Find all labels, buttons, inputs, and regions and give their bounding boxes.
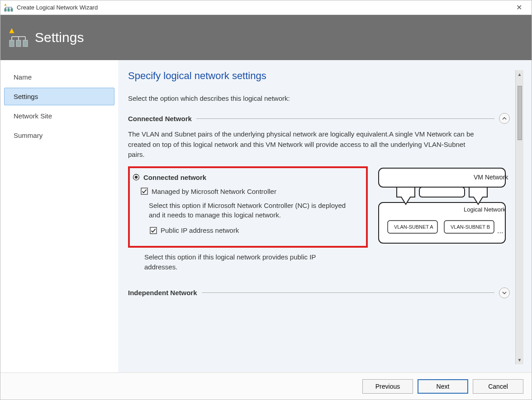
svg-marker-26 <box>469 187 487 204</box>
wizard-window: Create Logical Network Wizard ✕ Settings… <box>0 0 532 400</box>
cancel-button[interactable]: Cancel <box>473 379 523 394</box>
diagram-vlan-a: VLAN-SUBNET A <box>394 224 433 230</box>
svg-rect-19 <box>150 227 157 234</box>
checkbox-label: Managed by Microsoft Network Controller <box>152 188 276 195</box>
sidebar-item-label: Summary <box>14 132 43 139</box>
connected-row: Connected network Managed by Microsoft N… <box>128 166 510 278</box>
svg-marker-7 <box>5 4 6 5</box>
sidebar-item-summary[interactable]: Summary <box>4 127 114 144</box>
sidebar-item-label: Settings <box>14 93 38 100</box>
previous-button[interactable]: Previous <box>362 379 413 394</box>
radio-connected-network[interactable]: Connected network <box>133 174 361 181</box>
section-title: Independent Network <box>128 289 197 296</box>
titlebar: Create Logical Network Wizard ✕ <box>0 0 532 15</box>
svg-rect-2 <box>11 9 13 11</box>
footer: Previous Next Cancel <box>0 372 532 400</box>
sidebar-item-label: Name <box>14 73 32 81</box>
next-button[interactable]: Next <box>418 379 468 394</box>
sidebar-item-settings[interactable]: Settings <box>4 88 114 105</box>
option-prompt: Select the option which describes this l… <box>128 94 510 102</box>
banner-icon <box>8 27 29 48</box>
svg-point-17 <box>135 176 138 179</box>
checkbox-label: Public IP address network <box>161 226 239 234</box>
app-icon <box>4 3 13 12</box>
svg-rect-0 <box>5 9 6 11</box>
sidebar: Name Settings Network Site Summary <box>0 60 118 372</box>
svg-rect-10 <box>23 40 28 47</box>
checkbox-checked-icon <box>141 188 148 195</box>
diagram-ln-label: Logical Network <box>464 206 506 213</box>
scroll-down-icon: ▼ <box>518 358 522 362</box>
svg-rect-24 <box>419 187 465 197</box>
diagram-ellipsis: ... <box>497 227 503 235</box>
svg-rect-9 <box>16 40 21 47</box>
sidebar-item-name[interactable]: Name <box>4 68 114 86</box>
radio-label: Connected network <box>143 174 206 181</box>
sidebar-item-network-site[interactable]: Network Site <box>4 107 114 125</box>
svg-rect-18 <box>141 188 147 194</box>
section-rule <box>202 292 494 293</box>
scroll-up-icon: ▲ <box>518 72 522 77</box>
svg-rect-1 <box>8 9 10 11</box>
section-header-independent: Independent Network <box>128 287 510 298</box>
connected-desc: The VLAN and Subnet pairs of the underly… <box>128 129 481 160</box>
sidebar-item-label: Network Site <box>14 112 52 120</box>
main-panel: Specify logical network settings Select … <box>118 60 532 372</box>
chevron-up-icon <box>502 116 507 121</box>
scroll-thumb[interactable] <box>518 86 522 140</box>
highlight-box: Connected network Managed by Microsoft N… <box>128 166 368 248</box>
checkbox-public-ip[interactable]: Public IP address network <box>150 226 361 234</box>
connected-left: Connected network Managed by Microsoft N… <box>128 166 368 278</box>
page-title: Specify logical network settings <box>128 70 510 82</box>
checkbox-checked-icon <box>150 227 157 234</box>
body: Name Settings Network Site Summary Speci… <box>0 60 532 372</box>
svg-marker-25 <box>397 187 415 204</box>
banner: Settings <box>0 15 532 60</box>
close-icon[interactable]: ✕ <box>510 3 528 12</box>
content-area: Specify logical network settings Select … <box>128 70 515 364</box>
network-diagram: VM Network Logical Network VLAN-SUBNET A… <box>374 166 510 249</box>
banner-title: Settings <box>35 30 84 45</box>
section-rule <box>196 118 494 119</box>
svg-marker-15 <box>10 28 14 33</box>
chevron-down-icon <box>502 291 507 295</box>
section-title: Connected Network <box>128 115 192 122</box>
section-header-connected: Connected Network <box>128 113 510 124</box>
expand-button[interactable] <box>499 287 510 298</box>
window-title: Create Logical Network Wizard <box>17 4 510 11</box>
managed-desc: Select this option if Microsoft Network … <box>149 201 348 221</box>
diagram-vlan-b: VLAN-SUBNET B <box>451 224 490 230</box>
radio-selected-icon <box>133 174 140 181</box>
publicip-desc: Select this option if this logical netwo… <box>144 252 343 272</box>
svg-rect-8 <box>10 40 14 47</box>
collapse-button[interactable] <box>499 113 510 124</box>
checkbox-managed-by-nc[interactable]: Managed by Microsoft Network Controller <box>141 188 361 195</box>
diagram-vm-label: VM Network <box>474 174 508 181</box>
scrollbar[interactable]: ▲ ▼ <box>515 70 523 364</box>
